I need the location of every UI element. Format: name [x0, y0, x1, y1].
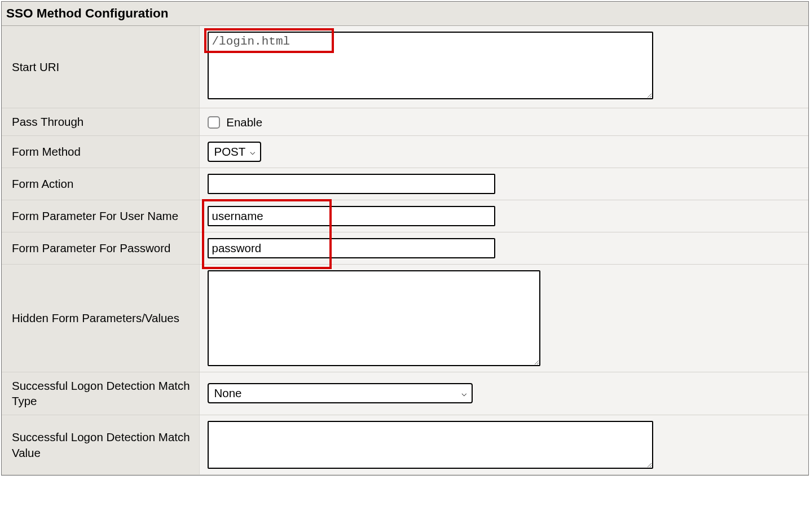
label-form-method: Form Method: [2, 135, 199, 168]
pass-through-checkbox-label: Enable: [226, 116, 262, 129]
form-method-select-value: POST: [214, 145, 246, 159]
label-pass-through: Pass Through: [2, 108, 199, 136]
chevron-down-icon: ⌵: [250, 147, 256, 156]
form-action-input[interactable]: [208, 174, 495, 194]
label-match-type: Successful Logon Detection Match Type: [2, 372, 199, 415]
label-form-action: Form Action: [2, 168, 199, 200]
label-start-uri: Start URI: [2, 26, 199, 108]
match-value-textarea[interactable]: [208, 421, 653, 469]
sso-method-configuration-panel: SSO Method Configuration Start URI Pass …: [1, 1, 809, 476]
param-username-input[interactable]: [208, 206, 495, 226]
panel-title: SSO Method Configuration: [2, 2, 808, 25]
hidden-params-textarea[interactable]: [208, 270, 540, 366]
chevron-down-icon: ⌵: [461, 389, 467, 398]
label-param-username: Form Parameter For User Name: [2, 200, 199, 232]
label-match-value: Successful Logon Detection Match Value: [2, 415, 199, 475]
param-password-input[interactable]: [208, 238, 495, 258]
match-type-select[interactable]: None ⌵: [208, 383, 473, 403]
pass-through-checkbox[interactable]: [208, 116, 220, 129]
form-method-select[interactable]: POST ⌵: [208, 142, 262, 162]
match-type-select-value: None: [214, 386, 242, 400]
label-param-password: Form Parameter For Password: [2, 232, 199, 264]
config-form-table: Start URI Pass Through Enable Form Metho…: [2, 25, 808, 475]
label-hidden-params: Hidden Form Parameters/Values: [2, 264, 199, 372]
start-uri-textarea[interactable]: [208, 32, 653, 99]
